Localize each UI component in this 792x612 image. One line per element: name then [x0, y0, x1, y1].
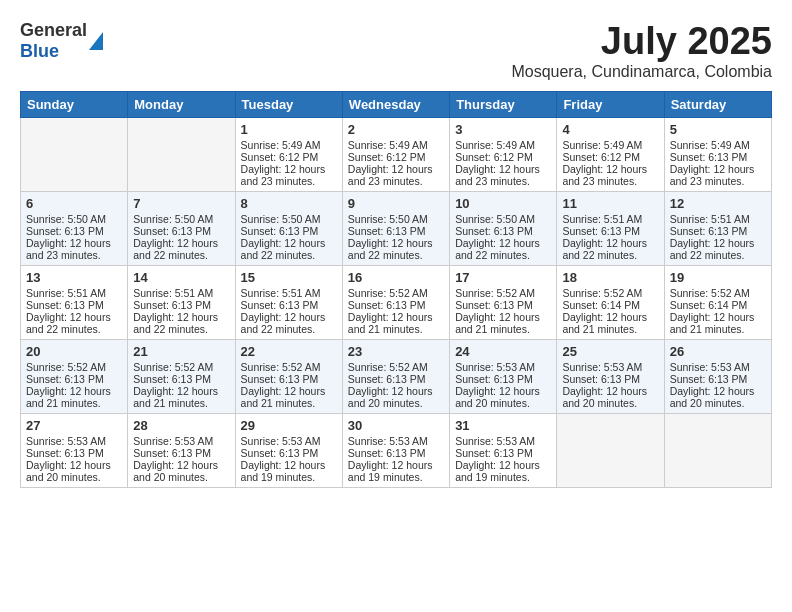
sunrise-text: Sunrise: 5:53 AM — [670, 361, 766, 373]
calendar-cell: 9Sunrise: 5:50 AMSunset: 6:13 PMDaylight… — [342, 192, 449, 266]
sunrise-text: Sunrise: 5:52 AM — [562, 287, 658, 299]
sunrise-text: Sunrise: 5:52 AM — [133, 361, 229, 373]
daylight-text: Daylight: 12 hours and 21 minutes. — [455, 311, 551, 335]
sunset-text: Sunset: 6:12 PM — [455, 151, 551, 163]
calendar-header-row: SundayMondayTuesdayWednesdayThursdayFrid… — [21, 92, 772, 118]
day-number: 24 — [455, 344, 551, 359]
calendar-cell: 3Sunrise: 5:49 AMSunset: 6:12 PMDaylight… — [450, 118, 557, 192]
calendar-cell: 31Sunrise: 5:53 AMSunset: 6:13 PMDayligh… — [450, 414, 557, 488]
sunset-text: Sunset: 6:13 PM — [26, 225, 122, 237]
day-number: 25 — [562, 344, 658, 359]
calendar-cell — [128, 118, 235, 192]
sunset-text: Sunset: 6:13 PM — [455, 299, 551, 311]
sunrise-text: Sunrise: 5:51 AM — [241, 287, 337, 299]
logo-triangle-icon — [89, 32, 103, 50]
calendar-cell: 27Sunrise: 5:53 AMSunset: 6:13 PMDayligh… — [21, 414, 128, 488]
sunset-text: Sunset: 6:12 PM — [348, 151, 444, 163]
sunset-text: Sunset: 6:13 PM — [26, 299, 122, 311]
sunrise-text: Sunrise: 5:50 AM — [241, 213, 337, 225]
sunrise-text: Sunrise: 5:50 AM — [133, 213, 229, 225]
day-header-saturday: Saturday — [664, 92, 771, 118]
daylight-text: Daylight: 12 hours and 20 minutes. — [348, 385, 444, 409]
daylight-text: Daylight: 12 hours and 23 minutes. — [562, 163, 658, 187]
sunrise-text: Sunrise: 5:53 AM — [26, 435, 122, 447]
calendar-cell: 19Sunrise: 5:52 AMSunset: 6:14 PMDayligh… — [664, 266, 771, 340]
day-number: 31 — [455, 418, 551, 433]
sunrise-text: Sunrise: 5:50 AM — [348, 213, 444, 225]
sunset-text: Sunset: 6:14 PM — [670, 299, 766, 311]
sunset-text: Sunset: 6:13 PM — [670, 373, 766, 385]
sunset-text: Sunset: 6:13 PM — [241, 373, 337, 385]
sunset-text: Sunset: 6:12 PM — [562, 151, 658, 163]
day-number: 4 — [562, 122, 658, 137]
daylight-text: Daylight: 12 hours and 21 minutes. — [26, 385, 122, 409]
day-number: 18 — [562, 270, 658, 285]
calendar-cell: 10Sunrise: 5:50 AMSunset: 6:13 PMDayligh… — [450, 192, 557, 266]
calendar-cell: 14Sunrise: 5:51 AMSunset: 6:13 PMDayligh… — [128, 266, 235, 340]
day-number: 3 — [455, 122, 551, 137]
calendar-cell — [557, 414, 664, 488]
calendar-cell: 2Sunrise: 5:49 AMSunset: 6:12 PMDaylight… — [342, 118, 449, 192]
calendar-cell — [21, 118, 128, 192]
daylight-text: Daylight: 12 hours and 22 minutes. — [26, 311, 122, 335]
day-number: 29 — [241, 418, 337, 433]
day-number: 14 — [133, 270, 229, 285]
sunset-text: Sunset: 6:13 PM — [133, 447, 229, 459]
sunset-text: Sunset: 6:13 PM — [26, 373, 122, 385]
daylight-text: Daylight: 12 hours and 23 minutes. — [670, 163, 766, 187]
sunset-text: Sunset: 6:13 PM — [241, 225, 337, 237]
sunset-text: Sunset: 6:13 PM — [670, 225, 766, 237]
sunset-text: Sunset: 6:13 PM — [562, 373, 658, 385]
calendar-cell: 22Sunrise: 5:52 AMSunset: 6:13 PMDayligh… — [235, 340, 342, 414]
sunrise-text: Sunrise: 5:50 AM — [26, 213, 122, 225]
daylight-text: Daylight: 12 hours and 22 minutes. — [670, 237, 766, 261]
sunrise-text: Sunrise: 5:52 AM — [241, 361, 337, 373]
sunrise-text: Sunrise: 5:51 AM — [562, 213, 658, 225]
calendar-cell: 18Sunrise: 5:52 AMSunset: 6:14 PMDayligh… — [557, 266, 664, 340]
sunrise-text: Sunrise: 5:52 AM — [348, 287, 444, 299]
day-number: 2 — [348, 122, 444, 137]
day-header-thursday: Thursday — [450, 92, 557, 118]
calendar-cell: 13Sunrise: 5:51 AMSunset: 6:13 PMDayligh… — [21, 266, 128, 340]
calendar-cell: 1Sunrise: 5:49 AMSunset: 6:12 PMDaylight… — [235, 118, 342, 192]
calendar-cell: 23Sunrise: 5:52 AMSunset: 6:13 PMDayligh… — [342, 340, 449, 414]
logo-text: General Blue — [20, 20, 87, 62]
calendar-cell: 20Sunrise: 5:52 AMSunset: 6:13 PMDayligh… — [21, 340, 128, 414]
day-number: 6 — [26, 196, 122, 211]
sunset-text: Sunset: 6:13 PM — [348, 299, 444, 311]
sunrise-text: Sunrise: 5:49 AM — [348, 139, 444, 151]
day-number: 8 — [241, 196, 337, 211]
day-number: 10 — [455, 196, 551, 211]
calendar-cell: 29Sunrise: 5:53 AMSunset: 6:13 PMDayligh… — [235, 414, 342, 488]
day-number: 27 — [26, 418, 122, 433]
day-number: 1 — [241, 122, 337, 137]
sunset-text: Sunset: 6:13 PM — [241, 447, 337, 459]
calendar-cell: 28Sunrise: 5:53 AMSunset: 6:13 PMDayligh… — [128, 414, 235, 488]
sunset-text: Sunset: 6:13 PM — [133, 373, 229, 385]
page: General Blue July 2025 Mosquera, Cundina… — [0, 0, 792, 498]
daylight-text: Daylight: 12 hours and 23 minutes. — [241, 163, 337, 187]
daylight-text: Daylight: 12 hours and 22 minutes. — [348, 237, 444, 261]
daylight-text: Daylight: 12 hours and 23 minutes. — [26, 237, 122, 261]
sunset-text: Sunset: 6:13 PM — [455, 447, 551, 459]
daylight-text: Daylight: 12 hours and 21 minutes. — [241, 385, 337, 409]
day-number: 23 — [348, 344, 444, 359]
sunrise-text: Sunrise: 5:52 AM — [348, 361, 444, 373]
calendar-subtitle: Mosquera, Cundinamarca, Colombia — [511, 63, 772, 81]
calendar-cell: 5Sunrise: 5:49 AMSunset: 6:13 PMDaylight… — [664, 118, 771, 192]
sunset-text: Sunset: 6:14 PM — [562, 299, 658, 311]
sunrise-text: Sunrise: 5:53 AM — [455, 435, 551, 447]
day-number: 9 — [348, 196, 444, 211]
daylight-text: Daylight: 12 hours and 23 minutes. — [455, 163, 551, 187]
sunrise-text: Sunrise: 5:53 AM — [133, 435, 229, 447]
calendar-cell: 24Sunrise: 5:53 AMSunset: 6:13 PMDayligh… — [450, 340, 557, 414]
sunset-text: Sunset: 6:13 PM — [348, 225, 444, 237]
day-header-friday: Friday — [557, 92, 664, 118]
sunrise-text: Sunrise: 5:49 AM — [455, 139, 551, 151]
day-number: 21 — [133, 344, 229, 359]
sunrise-text: Sunrise: 5:51 AM — [133, 287, 229, 299]
day-number: 11 — [562, 196, 658, 211]
calendar-cell: 25Sunrise: 5:53 AMSunset: 6:13 PMDayligh… — [557, 340, 664, 414]
daylight-text: Daylight: 12 hours and 20 minutes. — [455, 385, 551, 409]
sunset-text: Sunset: 6:13 PM — [26, 447, 122, 459]
